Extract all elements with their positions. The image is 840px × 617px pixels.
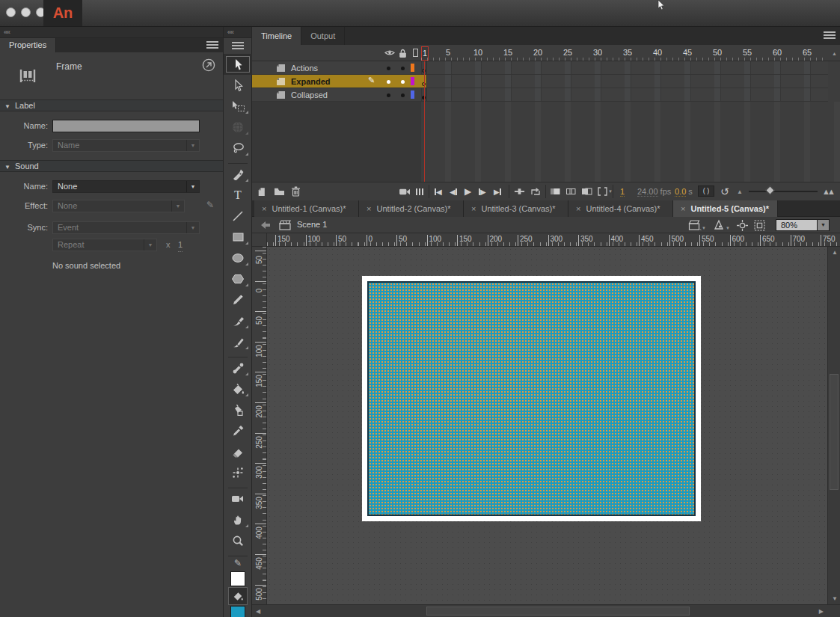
layer-frames-actions[interactable] <box>421 61 828 75</box>
go-to-last-frame-button[interactable]: ▶ <box>494 185 501 197</box>
eyedropper-tool[interactable] <box>224 420 252 441</box>
add-camera-button[interactable] <box>399 185 411 197</box>
label-type-dropdown[interactable]: Name▼ <box>52 139 200 152</box>
layer-row-collapsed[interactable]: Collapsed <box>252 88 421 102</box>
stage-viewport[interactable] <box>267 247 827 604</box>
layer-name[interactable]: Expanded <box>291 75 331 88</box>
modify-markers-button[interactable]: ▼ <box>597 185 613 197</box>
camera-tool[interactable] <box>224 488 252 509</box>
paint-bucket-tool[interactable] <box>224 378 252 399</box>
loop-playback-button[interactable] <box>530 185 542 197</box>
document-tab-3[interactable]: ×Untitled-3 (Canvas)* <box>464 200 568 217</box>
horizontal-scrollbar[interactable]: ◀ ▶ <box>252 604 840 617</box>
close-tab-icon[interactable]: × <box>576 204 580 213</box>
timeline-zoom-slider-thumb[interactable] <box>765 185 775 195</box>
brush-tool[interactable] <box>224 331 252 352</box>
close-tab-icon[interactable]: × <box>262 204 266 213</box>
close-tab-icon[interactable]: × <box>681 204 685 213</box>
onion-range-button[interactable]: ( ) <box>698 185 714 197</box>
stroke-color-chip[interactable] <box>230 571 245 586</box>
document-tab-5[interactable]: ×Untitled-5 (Canvas)* <box>673 200 778 217</box>
tools-menu-icon[interactable] <box>232 42 244 50</box>
label-name-input[interactable] <box>52 120 200 132</box>
sound-sync-dropdown[interactable]: Event▼ <box>52 221 200 234</box>
window-close-button[interactable] <box>6 7 16 17</box>
timeline-zoom-in-icon[interactable]: ▲▲ <box>822 185 833 197</box>
window-minimize-button[interactable] <box>21 7 31 17</box>
new-folder-button[interactable] <box>274 185 285 197</box>
text-tool[interactable]: T <box>224 185 252 206</box>
onion-skin-outlines-button[interactable] <box>565 185 577 197</box>
layer-lock-dot[interactable] <box>401 80 405 84</box>
layer-outline-color-swatch[interactable] <box>411 77 414 85</box>
layer-lock-dot[interactable] <box>401 67 405 70</box>
delete-layer-button[interactable] <box>291 185 301 197</box>
center-stage-icon[interactable] <box>737 220 748 231</box>
document-tab-4[interactable]: ×Untitled-4 (Canvas)* <box>568 200 673 217</box>
repeat-count-value[interactable]: 1 <box>178 239 183 252</box>
paint-brush-tool[interactable] <box>224 310 252 331</box>
line-tool[interactable] <box>224 206 252 227</box>
vertical-scrollbar-thumb[interactable] <box>830 374 839 490</box>
sound-repeat-dropdown[interactable]: Repeat▼ <box>52 239 157 251</box>
document-tab-1[interactable]: ×Untitled-1 (Canvas)* <box>254 200 359 217</box>
fill-color-chip[interactable] <box>230 606 245 617</box>
layer-name[interactable]: Collapsed <box>291 88 328 102</box>
edit-multiple-frames-button[interactable] <box>581 185 592 197</box>
layer-visibility-dot[interactable] <box>387 93 390 97</box>
timeline-zoom-slider[interactable] <box>749 191 818 192</box>
polystar-tool[interactable] <box>224 268 252 289</box>
onion-skin-button[interactable] <box>550 185 561 197</box>
step-forward-button[interactable]: ▶ <box>479 185 486 197</box>
layer-frames-expanded[interactable] <box>421 75 828 88</box>
playhead-line[interactable] <box>424 61 425 182</box>
play-button[interactable]: ▶ <box>465 185 471 197</box>
edit-sound-envelope-icon[interactable]: ✎ <box>206 200 218 212</box>
scroll-down-icon[interactable]: ▼ <box>832 595 838 602</box>
timeline-frame-header[interactable]: 1 5101520253035404550556065 ▲ <box>252 45 840 61</box>
horizontal-scrollbar-thumb[interactable] <box>426 607 690 616</box>
asset-warp-tool[interactable] <box>224 462 252 483</box>
pen-tool[interactable] <box>224 164 252 185</box>
section-sound-header[interactable]: ▼Sound <box>0 160 223 172</box>
document-tab-2[interactable]: ×Untitled-2 (Canvas)* <box>359 200 464 217</box>
show-hide-all-layers-icon[interactable] <box>384 49 395 57</box>
subselection-tool[interactable] <box>224 75 252 96</box>
section-label-header[interactable]: ▼Label <box>0 99 223 111</box>
outline-all-layers-icon[interactable] <box>413 49 418 57</box>
stage-canvas[interactable] <box>362 276 701 521</box>
properties-menu-icon[interactable] <box>206 41 218 49</box>
sound-effect-dropdown[interactable]: None▼ <box>52 200 185 212</box>
bone-tool[interactable] <box>224 357 252 378</box>
stage-zoom-select[interactable]: 80%▼ <box>776 219 830 231</box>
layer-lock-dot[interactable] <box>401 93 405 97</box>
oval-tool[interactable] <box>224 248 252 268</box>
layer-row-actions[interactable]: Actions <box>252 61 421 75</box>
clip-content-icon[interactable] <box>754 220 765 231</box>
free-transform-tool[interactable] <box>224 96 252 117</box>
frame-rate-value[interactable]: 24.00 fps <box>637 185 671 197</box>
keyframe-navigator-icon[interactable] <box>202 58 215 72</box>
scene-name[interactable]: Scene 1 <box>297 220 327 229</box>
edit-scene-arrow-icon[interactable]: ▼ <box>702 226 706 230</box>
center-frame-button[interactable] <box>514 185 525 197</box>
layer-row-expanded[interactable]: Expanded✎ <box>252 75 421 88</box>
vertical-scrollbar[interactable]: ▲ ▼ <box>827 247 840 604</box>
timeline-menu-icon[interactable] <box>824 31 836 40</box>
sound-name-dropdown[interactable]: None▼ <box>52 180 200 193</box>
layer-depth-button[interactable] <box>416 185 423 197</box>
lock-all-layers-icon[interactable] <box>399 49 407 58</box>
current-frame-value[interactable]: 1 <box>620 185 625 197</box>
timeline-zoom-out-icon[interactable]: ▲ <box>737 185 743 197</box>
eraser-tool[interactable] <box>224 441 252 462</box>
ink-bottle-tool[interactable] <box>224 399 252 420</box>
layer-outline-color-swatch[interactable] <box>411 64 414 72</box>
scroll-right-icon[interactable]: ▶ <box>819 608 824 615</box>
elapsed-time-value[interactable]: 0.0 s <box>675 185 693 197</box>
layer-frames-collapsed[interactable] <box>421 88 828 102</box>
pencil-tool[interactable] <box>224 289 252 310</box>
scroll-left-icon[interactable]: ◀ <box>256 608 260 615</box>
back-arrow-icon[interactable] <box>261 221 270 229</box>
scroll-up-icon[interactable]: ▲ <box>832 249 838 256</box>
edit-symbols-icon[interactable] <box>713 219 725 230</box>
